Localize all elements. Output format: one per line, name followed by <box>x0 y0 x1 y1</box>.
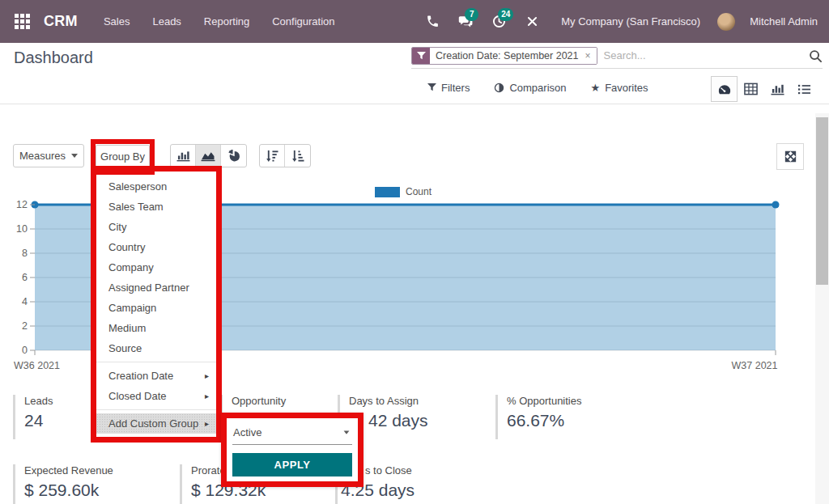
apps-grid-icon[interactable] <box>11 11 32 32</box>
group-by-option-creation-date[interactable]: Creation Date▸ <box>96 366 216 386</box>
sort-group <box>259 144 311 167</box>
measures-button[interactable]: Measures <box>13 144 84 167</box>
navbar-menu-leads[interactable]: Leads <box>141 15 192 28</box>
group-by-option-campaign[interactable]: Campaign <box>96 298 216 318</box>
kpi-label: % Opportunities <box>507 395 674 407</box>
filter-facet[interactable]: Creation Date: September 2021 × <box>411 47 597 65</box>
group-by-menu: SalespersonSales TeamCityCountryCompanyA… <box>91 166 222 443</box>
navbar-left: CRM SalesLeadsReportingConfiguration <box>11 11 346 32</box>
table-view-icon[interactable] <box>738 76 764 102</box>
filters-dropdown[interactable]: Filters <box>427 82 470 94</box>
facet-label: Creation Date: September 2021 <box>430 48 584 64</box>
filter-links-row: Filters Comparison ★ Favorites <box>427 82 648 94</box>
menu-divider <box>96 362 216 362</box>
add-custom-group-panel: Active APPLY <box>221 413 363 487</box>
facet-remove-icon[interactable]: × <box>584 48 597 64</box>
kpi-expected-revenue[interactable]: Expected Revenue $ 259.60k <box>13 464 167 504</box>
comparison-adjust-icon <box>494 83 504 93</box>
navbar-menu-reporting[interactable]: Reporting <box>193 15 261 28</box>
user-menu[interactable]: Mitchell Admin <box>750 15 818 28</box>
company-switcher[interactable]: My Company (San Francisco) <box>561 15 700 28</box>
group-by-option-medium[interactable]: Medium <box>96 318 216 338</box>
star-icon: ★ <box>590 82 600 94</box>
activities-clock-icon[interactable]: 24 <box>487 10 511 34</box>
chart-type-group <box>170 144 247 167</box>
tools-icon[interactable] <box>520 10 544 34</box>
search-icon[interactable] <box>809 49 823 66</box>
kpi-value: 66.67% <box>507 411 674 430</box>
dashboard-gauge-icon[interactable] <box>711 76 738 102</box>
comparison-label: Comparison <box>509 82 566 94</box>
group-by-option-closed-date[interactable]: Closed Date▸ <box>96 386 216 406</box>
group-by-option-add-custom-group[interactable]: Add Custom Group▸ <box>96 413 216 434</box>
group-by-option-city[interactable]: City <box>96 217 216 237</box>
kpi-value: 4.25 days <box>341 481 505 500</box>
group-by-option-country[interactable]: Country <box>96 237 216 257</box>
vertical-scrollbar[interactable] <box>815 113 829 504</box>
svg-text:4: 4 <box>22 296 28 307</box>
kpi-label: Days to Assign <box>349 395 483 407</box>
comparison-dropdown[interactable]: Comparison <box>494 82 566 94</box>
selected-field: Active <box>233 426 261 438</box>
submenu-arrow-icon: ▸ <box>205 392 209 400</box>
user-avatar[interactable] <box>717 13 735 31</box>
caret-down-icon <box>344 430 350 434</box>
apply-button[interactable]: APPLY <box>232 453 352 476</box>
group-by-option-sales-team[interactable]: Sales Team <box>96 197 216 217</box>
data-point-w37[interactable] <box>772 201 780 209</box>
svg-text:6: 6 <box>22 272 28 283</box>
messages-count-badge: 7 <box>465 8 478 21</box>
messages-icon[interactable]: 7 <box>453 10 478 34</box>
activities-count-badge: 24 <box>498 8 513 21</box>
app-name[interactable]: CRM <box>44 13 78 30</box>
custom-group-field-select[interactable]: Active <box>232 425 352 445</box>
area-chart-icon[interactable] <box>196 145 221 167</box>
kpi-label: Expected Revenue <box>24 464 167 476</box>
pie-chart-icon[interactable] <box>221 145 246 167</box>
measures-label: Measures <box>19 150 66 162</box>
kpi-value: $ 259.60k <box>24 481 167 500</box>
top-navbar: CRM SalesLeadsReportingConfiguration 7 2… <box>0 0 829 43</box>
expand-fullscreen-icon[interactable] <box>776 143 804 170</box>
group-by-option-assigned-partner[interactable]: Assigned Partner <box>96 277 216 298</box>
svg-text:8: 8 <box>22 248 28 259</box>
header-divider <box>0 104 829 104</box>
submenu-arrow-icon: ▸ <box>205 371 209 380</box>
svg-text:2: 2 <box>22 320 28 332</box>
kpi-label: s to Close <box>365 464 505 476</box>
svg-text:12: 12 <box>16 199 28 210</box>
kpi-pct-opportunities[interactable]: % Opportunities 66.67% <box>495 395 674 439</box>
facet-filter-icon <box>412 48 430 64</box>
page-title: Dashboard <box>14 49 93 67</box>
scrollbar-thumb[interactable] <box>816 117 828 285</box>
group-by-option-company[interactable]: Company <box>96 257 216 277</box>
funnel-icon <box>427 83 436 92</box>
sort-asc-icon[interactable] <box>285 145 310 167</box>
favorites-dropdown[interactable]: ★ Favorites <box>590 82 648 94</box>
kpi-value: 42 days <box>368 411 483 430</box>
sort-desc-icon[interactable] <box>260 145 285 167</box>
view-switcher <box>711 76 818 102</box>
search-bar: Creation Date: September 2021 × <box>411 47 823 69</box>
svg-text:W36 2021: W36 2021 <box>14 360 60 371</box>
crm-dashboard-screen: CRM SalesLeadsReportingConfiguration 7 2… <box>0 0 829 504</box>
bar-chart-icon[interactable] <box>171 145 196 167</box>
group-by-option-source[interactable]: Source <box>96 338 216 358</box>
search-input[interactable] <box>597 47 784 64</box>
navbar-menu-configuration[interactable]: Configuration <box>261 15 346 28</box>
bar-chart-view-icon[interactable] <box>764 76 791 102</box>
menu-divider <box>96 409 216 410</box>
svg-text:10: 10 <box>16 223 28 235</box>
group-by-option-salesperson[interactable]: Salesperson <box>96 176 216 197</box>
phone-icon[interactable] <box>420 10 444 34</box>
svg-text:0: 0 <box>22 345 28 356</box>
list-view-icon[interactable] <box>791 76 818 102</box>
filters-label: Filters <box>441 82 470 94</box>
favorites-label: Favorites <box>605 82 648 94</box>
kpi-label: Opportunity <box>232 395 325 407</box>
navbar-menu-sales[interactable]: Sales <box>92 15 142 28</box>
group-by-button[interactable]: Group By <box>96 145 150 167</box>
caret-down-icon <box>71 154 78 158</box>
navbar-right: 7 24 My Company (San Francisco) Mitchell… <box>420 10 818 34</box>
svg-text:W37 2021: W37 2021 <box>732 360 778 371</box>
